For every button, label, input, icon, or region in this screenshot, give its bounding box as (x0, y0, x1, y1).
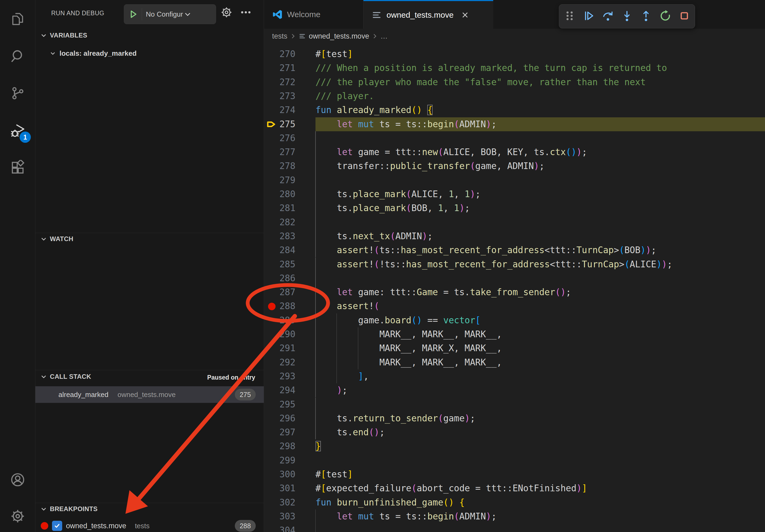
line-number[interactable]: 280 (264, 187, 296, 201)
drag-handle-button[interactable] (561, 8, 578, 25)
line-number[interactable]: 289 (264, 313, 296, 327)
line-number[interactable]: 299 (264, 453, 296, 467)
line-number[interactable]: 282 (264, 215, 296, 229)
code-line-302[interactable]: 302fun burn_unfinished_game() { (264, 496, 765, 509)
code-line-280[interactable]: 280 ts.place_mark(ALICE, 1, 1); (264, 187, 765, 201)
step-out-button[interactable] (637, 8, 655, 25)
continue-button[interactable] (580, 8, 597, 25)
stop-button[interactable] (676, 8, 693, 25)
line-number[interactable]: 270 (264, 47, 296, 61)
code-line-300[interactable]: 300#[test] (264, 467, 765, 481)
line-number[interactable]: 298 (264, 439, 296, 453)
activity-item-explorer[interactable] (0, 4, 35, 35)
activity-item-search[interactable] (0, 41, 35, 73)
line-number[interactable]: 288 (264, 299, 296, 313)
code-line-271[interactable]: 271/// When a position is already marked… (264, 61, 765, 75)
code-line-278[interactable]: 278 transfer::public_transfer(game, ADMI… (264, 159, 765, 173)
code-line-274[interactable]: 274fun already_marked() { (264, 103, 765, 117)
line-number[interactable]: 281 (264, 201, 296, 215)
line-number[interactable]: 283 (264, 229, 296, 243)
line-number[interactable]: 272 (264, 75, 296, 89)
code-line-276[interactable]: 276 (264, 131, 765, 145)
line-number[interactable]: 287 (264, 285, 296, 299)
activity-item-source-control[interactable] (0, 78, 35, 110)
code-line-284[interactable]: 284 assert!(ts::has_most_recent_for_addr… (264, 243, 765, 257)
code-line-288[interactable]: 288 assert!( (264, 299, 765, 313)
line-number[interactable]: 296 (264, 411, 296, 425)
gear-icon[interactable] (220, 6, 233, 19)
code-line-299[interactable]: 299 (264, 453, 765, 467)
code-line-273[interactable]: 273/// player. (264, 89, 765, 103)
call-stack-frame-row[interactable]: already_marked owned_tests.move 275 (35, 386, 264, 403)
line-number[interactable]: 284 (264, 243, 296, 257)
activity-item-accounts[interactable] (0, 464, 35, 496)
line-number[interactable]: 286 (264, 271, 296, 285)
line-number[interactable]: 300 (264, 467, 296, 481)
call-stack-section-header[interactable]: CALL STACK (40, 373, 91, 381)
activity-item-extensions[interactable] (0, 152, 35, 184)
line-number[interactable]: 273 (264, 89, 296, 103)
code-line-297[interactable]: 297 ts.end(); (264, 425, 765, 439)
code-line-295[interactable]: 295 (264, 398, 765, 411)
line-number[interactable]: 275 (264, 117, 296, 131)
line-number[interactable]: 302 (264, 496, 296, 509)
code-line-285[interactable]: 285 assert!(!ts::has_most_recent_for_add… (264, 257, 765, 271)
line-number[interactable]: 279 (264, 173, 296, 187)
line-number[interactable]: 301 (264, 481, 296, 495)
code-line-272[interactable]: 272/// the player who made the "false" m… (264, 75, 765, 89)
code-line-304[interactable]: 304 (264, 523, 765, 532)
code-line-301[interactable]: 301#[expected_failure(abort_code = ttt::… (264, 481, 765, 495)
code-line-298[interactable]: 298} (264, 439, 765, 453)
breakpoint-row[interactable]: owned_tests.move tests 288 (35, 518, 264, 532)
tab-welcome[interactable]: Welcome (264, 0, 364, 29)
line-number[interactable]: 303 (264, 509, 296, 523)
code-line-286[interactable]: 286 (264, 271, 765, 285)
line-number[interactable]: 278 (264, 159, 296, 173)
line-number[interactable]: 285 (264, 257, 296, 271)
step-over-button[interactable] (599, 8, 616, 25)
code-line-282[interactable]: 282 (264, 215, 765, 229)
code-line-279[interactable]: 279 (264, 173, 765, 187)
more-actions-icon[interactable] (240, 6, 252, 19)
line-number[interactable]: 290 (264, 327, 296, 341)
variables-locals-row[interactable]: locals: already_marked (35, 45, 264, 62)
breadcrumb-folder[interactable]: tests (272, 32, 287, 40)
activity-item-run-and-debug[interactable]: 1 (0, 116, 35, 147)
code-line-303[interactable]: 303 let mut ts = ts::begin(ADMIN); (264, 509, 765, 523)
code-line-290[interactable]: 290 MARK__, MARK__, MARK__, (264, 327, 765, 341)
code-line-294[interactable]: 294 ); (264, 383, 765, 397)
step-into-button[interactable] (618, 8, 635, 25)
code-line-289[interactable]: 289 game.board() == vector[ (264, 313, 765, 327)
line-number[interactable]: 297 (264, 425, 296, 439)
code-line-291[interactable]: 291 MARK__, MARK_X, MARK__, (264, 341, 765, 355)
code-line-283[interactable]: 283 ts.next_tx(ADMIN); (264, 229, 765, 243)
start-debug-icon[interactable] (127, 8, 139, 20)
line-number[interactable]: 304 (264, 523, 296, 532)
line-number[interactable]: 293 (264, 370, 296, 383)
line-number[interactable]: 277 (264, 145, 296, 159)
watch-section-header[interactable]: WATCH (40, 235, 73, 243)
code-line-292[interactable]: 292 MARK__, MARK__, MARK__, (264, 356, 765, 370)
line-number[interactable]: 291 (264, 341, 296, 355)
code-line-270[interactable]: 270#[test] (264, 47, 765, 61)
debug-config-dropdown[interactable]: No Configur (124, 4, 216, 24)
variables-section-header[interactable]: VARIABLES (40, 32, 87, 39)
breadcrumb-symbol[interactable]: … (381, 32, 387, 40)
code-line-296[interactable]: 296 ts.return_to_sender(game); (264, 411, 765, 425)
line-number[interactable]: 295 (264, 398, 296, 411)
breadcrumb-file[interactable]: owned_tests.move (309, 32, 369, 40)
line-number[interactable]: 294 (264, 383, 296, 397)
breakpoint-checkbox[interactable] (52, 521, 62, 531)
close-icon[interactable] (460, 10, 469, 20)
line-number[interactable]: 271 (264, 61, 296, 75)
breakpoints-section-header[interactable]: BREAKPOINTS (40, 505, 98, 513)
line-number[interactable]: 274 (264, 103, 296, 117)
line-number[interactable]: 292 (264, 356, 296, 370)
code-line-275[interactable]: 275 let mut ts = ts::begin(ADMIN); (264, 117, 765, 131)
restart-button[interactable] (657, 8, 674, 25)
code-line-277[interactable]: 277 let game = ttt::new(ALICE, BOB, KEY,… (264, 145, 765, 159)
tab-owned-tests-move[interactable]: owned_tests.move (364, 0, 493, 29)
line-number[interactable]: 276 (264, 131, 296, 145)
code-line-293[interactable]: 293 ], (264, 370, 765, 383)
code-line-287[interactable]: 287 let game: ttt::Game = ts.take_from_s… (264, 285, 765, 299)
